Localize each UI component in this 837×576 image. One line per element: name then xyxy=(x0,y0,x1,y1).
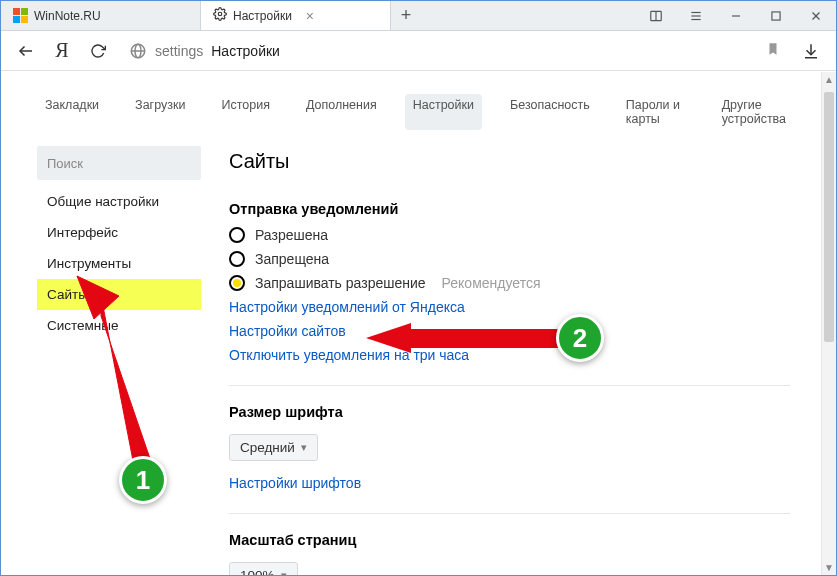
globe-icon xyxy=(129,42,147,60)
notif-option-ask[interactable]: Запрашивать разрешение Рекомендуется xyxy=(229,275,790,291)
radio-icon xyxy=(229,275,245,291)
topnav-addons[interactable]: Дополнения xyxy=(298,94,385,130)
sidebar-item-sites[interactable]: Сайты xyxy=(37,279,201,310)
close-window-button[interactable] xyxy=(796,1,836,30)
zoom-heading: Масштаб страниц xyxy=(229,532,790,548)
topnav-downloads[interactable]: Загрузки xyxy=(127,94,193,130)
scroll-down-icon[interactable]: ▼ xyxy=(822,560,836,575)
sidebar-item-general[interactable]: Общие настройки xyxy=(37,186,201,217)
sidebar-item-tools[interactable]: Инструменты xyxy=(37,248,201,279)
radio-icon xyxy=(229,227,245,243)
radio-label: Разрешена xyxy=(255,227,328,243)
maximize-button[interactable] xyxy=(756,1,796,30)
chevron-down-icon: ▾ xyxy=(281,569,287,575)
topnav-settings[interactable]: Настройки xyxy=(405,94,482,130)
tab-title: WinNote.RU xyxy=(34,9,101,23)
yandex-home-button[interactable]: Я xyxy=(49,38,75,64)
radio-label: Запрашивать разрешение xyxy=(255,275,426,291)
window-titlebar: WinNote.RU Настройки × + xyxy=(1,1,836,31)
chevron-down-icon: ▾ xyxy=(301,441,307,454)
link-yandex-notifications[interactable]: Настройки уведомлений от Яндекса xyxy=(229,299,790,315)
topnav-security[interactable]: Безопасность xyxy=(502,94,598,130)
link-site-settings[interactable]: Настройки сайтов xyxy=(229,323,790,339)
divider xyxy=(229,513,790,514)
back-button[interactable] xyxy=(13,38,39,64)
select-value: Средний xyxy=(240,440,295,455)
select-value: 100% xyxy=(240,568,275,575)
topnav-devices[interactable]: Другие устройства xyxy=(714,94,800,130)
link-disable-3h[interactable]: Отключить уведомления на три часа xyxy=(229,347,790,363)
svg-rect-7 xyxy=(772,11,780,19)
svg-point-0 xyxy=(218,12,222,16)
topnav-bookmarks[interactable]: Закладки xyxy=(37,94,107,130)
notif-option-block[interactable]: Запрещена xyxy=(229,251,790,267)
bookmark-icon[interactable] xyxy=(766,42,780,59)
reader-mode-icon[interactable] xyxy=(636,1,676,30)
address-title: Настройки xyxy=(211,43,280,59)
address-bar[interactable]: settings Настройки xyxy=(121,37,788,65)
gear-icon xyxy=(213,7,227,24)
font-heading: Размер шрифта xyxy=(229,404,790,420)
notif-option-allow[interactable]: Разрешена xyxy=(229,227,790,243)
radio-icon xyxy=(229,251,245,267)
zoom-select[interactable]: 100% ▾ xyxy=(229,562,298,575)
browser-tab-winnote[interactable]: WinNote.RU xyxy=(1,1,201,30)
recommended-hint: Рекомендуется xyxy=(442,275,541,291)
browser-toolbar: Я settings Настройки xyxy=(1,31,836,71)
vertical-scrollbar[interactable]: ▲ ▼ xyxy=(821,72,836,575)
address-prefix: settings xyxy=(155,43,203,59)
minimize-button[interactable] xyxy=(716,1,756,30)
search-placeholder: Поиск xyxy=(47,156,83,171)
sidebar-search[interactable]: Поиск xyxy=(37,146,201,180)
favicon-ms-icon xyxy=(13,8,28,23)
close-tab-icon[interactable]: × xyxy=(306,8,314,24)
font-size-select[interactable]: Средний ▾ xyxy=(229,434,318,461)
browser-tab-settings[interactable]: Настройки × xyxy=(201,1,391,30)
link-font-settings[interactable]: Настройки шрифтов xyxy=(229,475,790,491)
divider xyxy=(229,385,790,386)
page-heading: Сайты xyxy=(229,150,790,173)
sidebar-item-system[interactable]: Системные xyxy=(37,310,201,341)
tab-title: Настройки xyxy=(233,9,292,23)
notif-heading: Отправка уведомлений xyxy=(229,201,790,217)
sidebar-item-interface[interactable]: Интерфейс xyxy=(37,217,201,248)
settings-topnav: Закладки Загрузки История Дополнения Нас… xyxy=(1,72,836,146)
menu-icon[interactable] xyxy=(676,1,716,30)
settings-sidebar: Поиск Общие настройки Интерфейс Инструме… xyxy=(37,146,201,575)
downloads-icon[interactable] xyxy=(798,38,824,64)
scrollbar-thumb[interactable] xyxy=(824,92,834,342)
settings-main: Сайты Отправка уведомлений Разрешена Зап… xyxy=(229,146,820,575)
reload-button[interactable] xyxy=(85,38,111,64)
scroll-up-icon[interactable]: ▲ xyxy=(822,72,836,87)
page-content: Закладки Загрузки История Дополнения Нас… xyxy=(1,72,836,575)
radio-label: Запрещена xyxy=(255,251,329,267)
topnav-history[interactable]: История xyxy=(213,94,277,130)
new-tab-button[interactable]: + xyxy=(391,1,421,30)
topnav-passwords[interactable]: Пароли и карты xyxy=(618,94,694,130)
